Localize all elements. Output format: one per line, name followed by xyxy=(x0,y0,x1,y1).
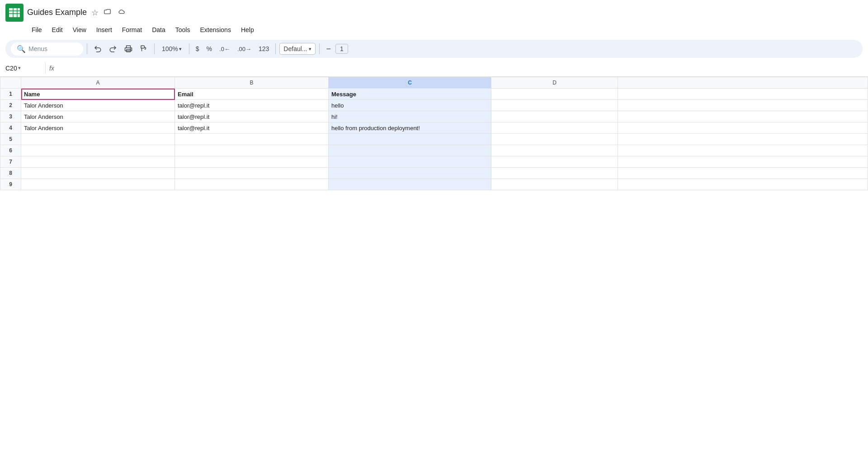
table-row: 9 xyxy=(0,179,868,190)
cell-5-E[interactable] xyxy=(618,134,868,145)
table-row: 2Talor Andersontalor@repl.ithello xyxy=(0,100,868,111)
col-header-A[interactable]: A xyxy=(21,77,175,89)
cell-6-C[interactable] xyxy=(329,145,491,156)
toolbar-divider-3 xyxy=(189,43,189,54)
cell-4-C[interactable]: hello from production deployment! xyxy=(329,122,491,134)
cell-7-A[interactable] xyxy=(21,156,175,168)
formula-divider xyxy=(45,63,46,74)
cell-1-A[interactable]: Name xyxy=(21,89,175,100)
cell-9-D[interactable] xyxy=(491,179,618,190)
title-area: Guides Example ☆ xyxy=(27,7,127,19)
menu-bar: File Edit View Insert Format Data Tools … xyxy=(0,24,868,38)
font-size-minus-button[interactable]: − xyxy=(323,43,334,55)
cell-6-E[interactable] xyxy=(618,145,868,156)
cell-4-A[interactable]: Talor Anderson xyxy=(21,122,175,134)
cell-1-C[interactable]: Message xyxy=(329,89,491,100)
menu-file[interactable]: File xyxy=(27,24,47,35)
cell-2-C[interactable]: hello xyxy=(329,100,491,111)
cell-2-B[interactable]: talor@repl.it xyxy=(175,100,329,111)
spreadsheet-container[interactable]: A B C D 1NameEmailMessage2Talor Anderson… xyxy=(0,77,868,470)
cell-3-D[interactable] xyxy=(491,111,618,122)
col-header-C[interactable]: C xyxy=(329,77,491,89)
percent-button[interactable]: % xyxy=(204,43,215,54)
cell-9-E[interactable] xyxy=(618,179,868,190)
cell-7-D[interactable] xyxy=(491,156,618,168)
menu-edit[interactable]: Edit xyxy=(47,24,67,35)
col-header-B[interactable]: B xyxy=(175,77,329,89)
redo-button[interactable] xyxy=(106,42,120,55)
cell-3-B[interactable]: talor@repl.it xyxy=(175,111,329,122)
cell-5-C[interactable] xyxy=(329,134,491,145)
decimal-more-button[interactable]: .00→ xyxy=(235,44,254,54)
cell-2-A[interactable]: Talor Anderson xyxy=(21,100,175,111)
menu-format[interactable]: Format xyxy=(118,24,146,35)
menu-tools[interactable]: Tools xyxy=(171,24,195,35)
table-row: 6 xyxy=(0,145,868,156)
cell-1-D[interactable] xyxy=(491,89,618,100)
cell-7-B[interactable] xyxy=(175,156,329,168)
cell-8-A[interactable] xyxy=(21,168,175,179)
cell-8-E[interactable] xyxy=(618,168,868,179)
cell-8-B[interactable] xyxy=(175,168,329,179)
cell-9-C[interactable] xyxy=(329,179,491,190)
currency-button[interactable]: $ xyxy=(193,43,202,54)
cell-5-D[interactable] xyxy=(491,134,618,145)
table-row: 1NameEmailMessage xyxy=(0,89,868,100)
menu-insert[interactable]: Insert xyxy=(92,24,117,35)
toolbar-divider-1 xyxy=(87,43,87,54)
paint-format-button[interactable] xyxy=(137,42,151,55)
cell-7-C[interactable] xyxy=(329,156,491,168)
cell-3-C[interactable]: hi! xyxy=(329,111,491,122)
cell-4-B[interactable]: talor@repl.it xyxy=(175,122,329,134)
cell-9-A[interactable] xyxy=(21,179,175,190)
cell-1-E[interactable] xyxy=(618,89,868,100)
svg-point-8 xyxy=(130,49,131,50)
folder-icon[interactable] xyxy=(103,7,113,19)
row-number: 8 xyxy=(0,168,21,179)
cloud-icon[interactable] xyxy=(117,7,127,19)
undo-button[interactable] xyxy=(91,42,104,55)
app-logo xyxy=(5,4,24,22)
menu-data[interactable]: Data xyxy=(147,24,170,35)
cell-5-B[interactable] xyxy=(175,134,329,145)
cell-2-E[interactable] xyxy=(618,100,868,111)
number-format-button[interactable]: 123 xyxy=(256,43,272,54)
search-box[interactable]: 🔍 Menus xyxy=(11,42,83,56)
spreadsheet-body: 1NameEmailMessage2Talor Andersontalor@re… xyxy=(0,89,868,190)
cell-7-E[interactable] xyxy=(618,156,868,168)
menu-view[interactable]: View xyxy=(68,24,91,35)
cell-6-A[interactable] xyxy=(21,145,175,156)
table-row: 3Talor Andersontalor@repl.ithi! xyxy=(0,111,868,122)
cell-5-A[interactable] xyxy=(21,134,175,145)
zoom-dropdown-icon: ▾ xyxy=(179,46,182,52)
toolbar-divider-4 xyxy=(275,43,276,54)
cell-reference[interactable]: C20 ▾ xyxy=(5,65,42,72)
cell-6-B[interactable] xyxy=(175,145,329,156)
font-size-input[interactable]: 1 xyxy=(335,44,348,54)
row-number: 3 xyxy=(0,111,21,122)
col-header-E[interactable] xyxy=(618,77,868,89)
cell-8-D[interactable] xyxy=(491,168,618,179)
cell-1-B[interactable]: Email xyxy=(175,89,329,100)
zoom-value: 100% xyxy=(162,45,178,52)
doc-title[interactable]: Guides Example xyxy=(27,8,87,18)
menu-help[interactable]: Help xyxy=(236,24,259,35)
cell-9-B[interactable] xyxy=(175,179,329,190)
cell-6-D[interactable] xyxy=(491,145,618,156)
cell-8-C[interactable] xyxy=(329,168,491,179)
star-icon[interactable]: ☆ xyxy=(90,7,99,19)
menu-extensions[interactable]: Extensions xyxy=(195,24,235,35)
cell-4-E[interactable] xyxy=(618,122,868,134)
col-header-D[interactable]: D xyxy=(491,77,618,89)
row-number: 9 xyxy=(0,179,21,190)
row-number: 5 xyxy=(0,134,21,145)
print-button[interactable] xyxy=(122,42,135,55)
decimal-less-button[interactable]: .0← xyxy=(217,44,233,54)
cell-3-E[interactable] xyxy=(618,111,868,122)
cell-3-A[interactable]: Talor Anderson xyxy=(21,111,175,122)
cell-2-D[interactable] xyxy=(491,100,618,111)
cell-ref-dropdown-icon[interactable]: ▾ xyxy=(18,65,21,71)
font-format-button[interactable]: Defaul... ▾ xyxy=(279,43,316,55)
cell-4-D[interactable] xyxy=(491,122,618,134)
zoom-selector[interactable]: 100% ▾ xyxy=(158,43,185,54)
